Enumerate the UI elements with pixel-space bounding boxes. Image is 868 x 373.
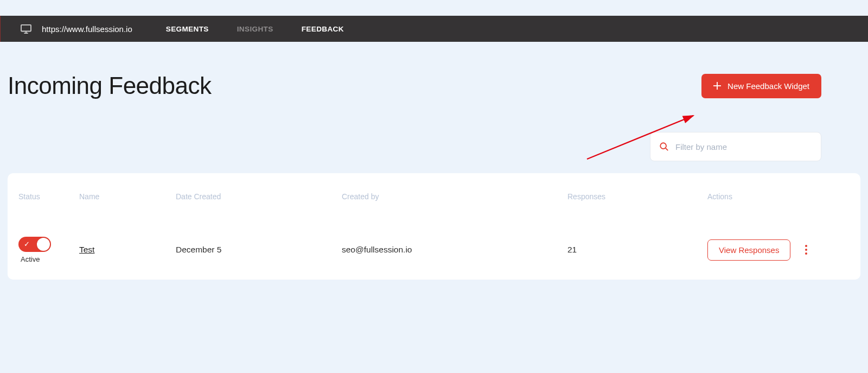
svg-point-10 [805,252,807,255]
feedback-table: Status Name Date Created Created by Resp… [8,173,860,280]
col-date-created: Date Created [176,192,342,201]
more-cell [805,245,829,255]
more-vert-icon[interactable] [805,245,807,255]
col-actions: Actions [707,192,805,201]
actions-cell: View Responses [707,239,805,261]
svg-point-8 [805,245,807,247]
col-created-by: Created by [342,192,567,201]
created-by-cell: seo@fullsession.io [342,245,567,255]
view-responses-button[interactable]: View Responses [707,239,790,261]
nav-segments[interactable]: SEGMENTS [166,25,209,33]
status-label: Active [21,255,40,263]
table-header: Status Name Date Created Created by Resp… [8,173,860,220]
plus-icon [713,82,721,90]
search-box[interactable] [650,132,821,161]
monitor-icon [20,24,32,34]
toggle-knob [37,238,50,251]
svg-point-6 [660,143,666,149]
responses-cell: 21 [567,245,707,255]
status-cell: ✓ Active [18,237,79,263]
nav-feedback[interactable]: FEEDBACK [302,25,344,33]
date-cell: December 5 [176,245,342,255]
row-name-link[interactable]: Test [79,245,94,255]
check-icon: ✓ [24,240,30,248]
col-status: Status [18,192,79,201]
svg-point-9 [805,249,807,251]
search-icon [659,142,669,151]
col-name: Name [79,192,176,201]
search-wrap [8,132,860,161]
col-responses: Responses [567,192,707,201]
status-toggle[interactable]: ✓ [18,237,51,252]
svg-rect-0 [21,25,31,31]
topbar: https://www.fullsession.io SEGMENTS INSI… [0,16,868,42]
new-feedback-widget-label: New Feedback Widget [727,81,809,91]
name-cell: Test [79,245,176,255]
nav-insights[interactable]: INSIGHTS [237,25,273,33]
content: Incoming Feedback New Feedback Widget [0,42,868,280]
page-title: Incoming Feedback [8,72,212,99]
site-url[interactable]: https://www.fullsession.io [42,24,132,34]
page-header: Incoming Feedback New Feedback Widget [8,72,860,99]
search-input[interactable] [675,142,812,151]
svg-line-7 [666,148,668,150]
table-row: ✓ Active Test December 5 seo@fullsession… [8,220,860,280]
new-feedback-widget-button[interactable]: New Feedback Widget [701,74,821,98]
